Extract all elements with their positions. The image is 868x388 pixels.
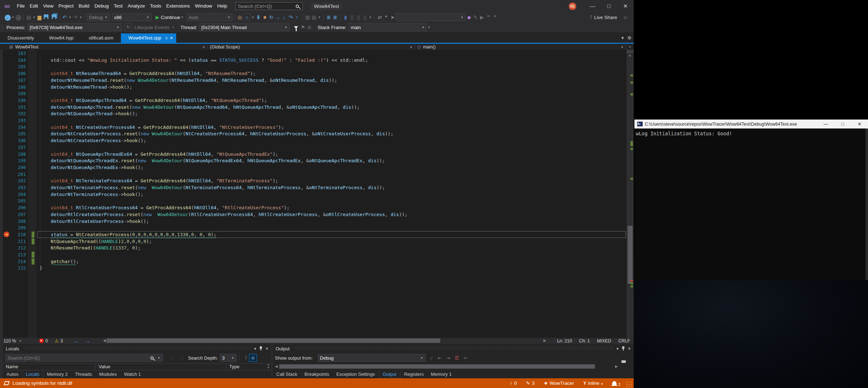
debug-windows-dropdown[interactable]: ▾ <box>317 13 322 22</box>
toolbar-grip[interactable] <box>1 14 3 20</box>
project-dropdown[interactable]: ⊞ Wow64Test ▾ <box>0 44 207 50</box>
clear-bookmarks-icon[interactable]: ▯ <box>362 13 368 22</box>
pending-edits[interactable]: ✎3 <box>521 380 539 386</box>
scroll-left-arrow[interactable]: ◀ <box>275 364 278 368</box>
expand-types-icon[interactable]: ⊞ <box>249 354 257 362</box>
menu-view[interactable]: View <box>41 0 56 12</box>
menu-analyze[interactable]: Analyze <box>125 0 147 12</box>
code-map-icon[interactable]: ◆ <box>466 13 472 22</box>
lifecycle-events-icon[interactable]: ↻ <box>125 23 132 31</box>
console-minimize-button[interactable]: — <box>817 120 834 128</box>
auto-dropdown[interactable]: Auto▾ <box>187 13 233 21</box>
panel-tab-memory-2[interactable]: Memory 2 <box>43 371 71 378</box>
panel-dropdown-icon[interactable]: ▾ <box>616 346 619 351</box>
stop-debugging-button[interactable]: ■ <box>262 13 268 22</box>
notifications-button[interactable]: 2 <box>607 380 625 387</box>
code-line-191[interactable]: 191 detourNtQueueApcThread.reset(new Wow… <box>0 104 634 111</box>
annotate-icon[interactable]: ✎ <box>472 13 479 22</box>
code-line-204[interactable]: 204 detourNtTerminateProcess->hook(); <box>0 191 634 198</box>
panel-tab-threads[interactable]: Threads <box>71 371 96 378</box>
errors-icon[interactable]: ✕ <box>39 338 44 343</box>
close-button[interactable]: ✕ <box>617 0 634 12</box>
nav-forward-arrow[interactable]: → <box>82 338 93 344</box>
grid-scroll-arrows[interactable]: ▲▼ <box>267 363 270 369</box>
code-line-209[interactable]: 209 <box>0 224 634 231</box>
repository-button[interactable]: ❖WowTracer <box>539 380 579 386</box>
h-scrollbar-thumb[interactable] <box>107 338 440 343</box>
continue-icon[interactable]: ▶ <box>154 13 161 22</box>
new-file-dropdown[interactable]: ▾ <box>32 13 36 22</box>
solution-configuration-dropdown[interactable]: Debug▾ <box>87 13 110 21</box>
menu-test[interactable]: Test <box>111 0 125 12</box>
code-line-201[interactable]: 201 <box>0 171 634 178</box>
navigate-forward-button[interactable]: → <box>15 13 22 22</box>
flag-threads-icon[interactable]: ⚑ <box>300 23 306 32</box>
column-type[interactable]: Type <box>226 364 262 370</box>
search-forward-arrow[interactable]: → <box>176 355 186 361</box>
toolbar-overflow[interactable]: ▾ <box>427 23 431 32</box>
scroll-right-arrow[interactable]: ▶ <box>543 338 546 342</box>
search-back-arrow[interactable]: ← <box>166 355 176 361</box>
editor-vertical-scrollbar[interactable]: ▲ <box>627 50 634 338</box>
code-line-203[interactable]: 203 detourNtTerminateProcess.reset(new W… <box>0 184 634 191</box>
undo-button[interactable]: ↶ <box>61 13 68 22</box>
tab-wow64.hpp[interactable]: Wow64.hpp <box>42 33 81 43</box>
prev-bookmark-icon[interactable]: ▯ <box>349 13 355 22</box>
search-depth-dropdown[interactable]: 3▾ <box>220 354 236 362</box>
pending-pushes[interactable]: ↑0 <box>505 380 522 386</box>
panel-tab-output[interactable]: Output <box>379 371 400 378</box>
solution-platform-dropdown[interactable]: x86▾ <box>112 13 151 21</box>
feedback-icon[interactable]: ❝ <box>383 13 389 22</box>
redo-button[interactable]: ↷ <box>72 13 79 22</box>
tab-disassembly[interactable]: Disassembly <box>0 33 42 43</box>
v-scrollbar-thumb[interactable] <box>621 360 626 363</box>
column-value[interactable]: Value <box>95 364 226 370</box>
output-horizontal-scrollbar[interactable]: ◀ ▶ <box>273 364 627 369</box>
console-title-bar[interactable]: C:\Users\steve\source\repos\WowTracer\Wo… <box>634 120 868 128</box>
menu-file[interactable]: File <box>14 0 27 12</box>
column-name[interactable]: Name <box>3 364 95 370</box>
minimize-button[interactable]: — <box>584 0 601 12</box>
panel-tab-watch-1[interactable]: Watch 1 <box>120 371 144 378</box>
redo-dropdown[interactable]: ▾ <box>79 13 83 22</box>
word-wrap-icon[interactable]: ↩ <box>463 355 468 361</box>
editor-zoom-dropdown[interactable]: 110 % <box>0 338 18 343</box>
menu-help[interactable]: Help <box>215 0 230 12</box>
h-scrollbar-thumb[interactable] <box>279 364 595 369</box>
goto-next-message-icon[interactable]: ⇥ <box>446 355 450 361</box>
code-line-194[interactable]: 194 uint64_t NtCreateUserProcess64 = Get… <box>0 124 634 131</box>
nav-back-arrow[interactable]: ← <box>71 338 82 344</box>
open-file-button[interactable]: ▆ <box>36 13 43 22</box>
menu-window[interactable]: Window <box>192 0 215 12</box>
navigate-back-button[interactable]: ← <box>4 13 11 22</box>
panel-tab-breakpoints[interactable]: Breakpoints <box>301 371 333 378</box>
stack-frame-dropdown[interactable]: main▾ <box>348 23 427 31</box>
quick-search-input[interactable]: Search (Ctrl+Q) <box>235 2 303 10</box>
method-dropdown[interactable]: ◇ main() ▾ <box>415 44 626 50</box>
bookmark-icon[interactable]: ▮ <box>342 13 349 22</box>
process-dropdown[interactable]: [0x67C8] Wow64Test.exe▾ <box>28 23 122 31</box>
pin-icon[interactable] <box>622 346 625 351</box>
menu-extensions[interactable]: Extensions <box>164 0 192 12</box>
console-scrollbar[interactable] <box>865 128 868 280</box>
continue-dropdown[interactable]: ▾ <box>180 13 184 22</box>
find-message-icon[interactable]: ⌕ <box>431 355 433 361</box>
maximize-button[interactable]: □ <box>601 0 617 12</box>
active-files-dropdown[interactable]: ▾ <box>621 35 624 41</box>
save-all-button[interactable] <box>50 13 57 22</box>
hot-reload-button[interactable]: ⌂ <box>243 13 251 21</box>
diagnostics-icon[interactable]: ▥ <box>304 13 311 22</box>
show-next-statement-button[interactable]: → <box>275 13 281 22</box>
pin-icon[interactable] <box>259 346 262 351</box>
menu-debug[interactable]: Debug <box>92 0 111 12</box>
split-window-button[interactable]: ÷ <box>626 44 634 50</box>
console-maximize-button[interactable]: □ <box>834 120 851 128</box>
continue-button[interactable]: Continue <box>161 15 180 20</box>
thread-dropdown[interactable]: [0x2304] Main Thread▾ <box>199 23 290 31</box>
code-line-210[interactable]: 210➜ status = NtCreateUserProcess(0,0,0,… <box>0 231 634 238</box>
step-over-button[interactable]: ↷ <box>287 13 294 22</box>
console-close-button[interactable]: ✕ <box>851 120 868 128</box>
indent-decrease-icon[interactable]: ≣ <box>325 13 332 22</box>
scroll-right-arrow[interactable]: ▶ <box>615 364 618 368</box>
panel-tab-autos[interactable]: Autos <box>3 371 22 378</box>
